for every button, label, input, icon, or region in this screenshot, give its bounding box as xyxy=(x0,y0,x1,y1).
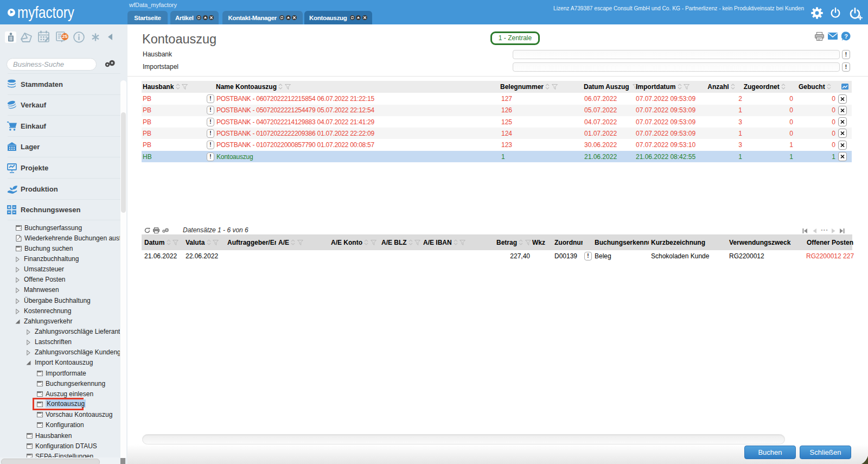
svg-text:?: ? xyxy=(844,33,848,40)
